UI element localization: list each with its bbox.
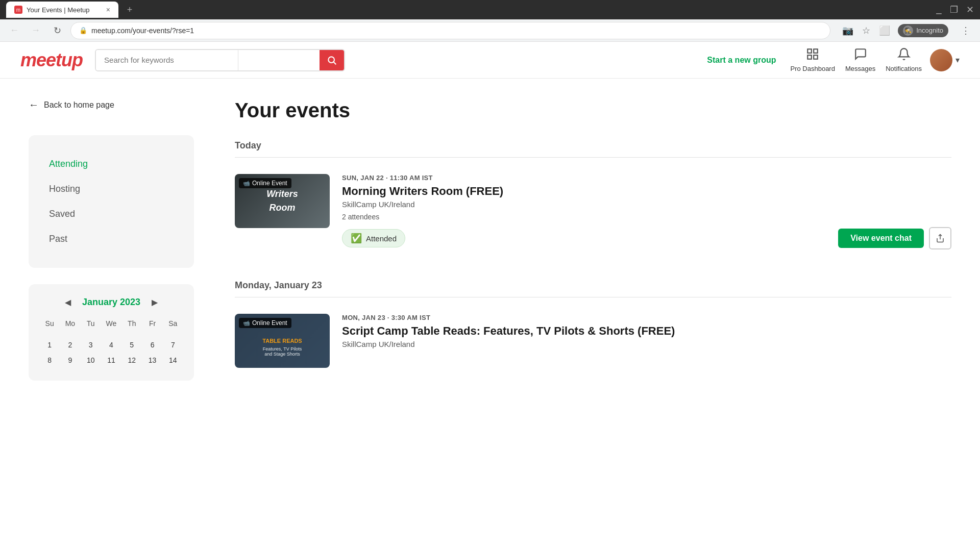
messages-nav-item[interactable]: Messages [845,47,875,72]
page-title: Your events [235,99,951,122]
search-bar: London, GB [95,49,345,71]
search-submit-button[interactable] [320,50,344,70]
event-thumbnail[interactable]: 📹 Online Event Writers Room [235,174,330,228]
maximize-button[interactable]: ❐ [950,4,958,15]
pro-dashboard-icon [806,47,819,64]
address-bar[interactable]: 🔒 meetup.com/your-events/?rse=1 [70,22,830,39]
event-thumb-text-2: TABLE READS [260,335,304,346]
svg-rect-4 [807,55,812,59]
camera-icon: 📹 [243,180,250,187]
view-event-chat-button[interactable]: View event chat [838,229,924,248]
minimize-button[interactable]: ⎯ [936,4,942,15]
browser-tab[interactable]: m Your Events | Meetup × [6,2,118,18]
cal-date-5[interactable]: 5 [122,338,141,352]
back-button[interactable]: ← [6,22,22,39]
event-card: 📹 Online Event Writers Room SUN, JAN 22 … [235,168,951,260]
online-event-badge: 📹 Online Event [239,178,291,188]
event-thumb-sub: Features, TV Pilotsand Stage Shorts [263,346,302,357]
camera-off-icon: 📷 [840,22,856,39]
share-icon [936,234,945,243]
cal-date-13[interactable]: 13 [142,353,162,367]
cal-date-7[interactable]: 7 [163,338,183,352]
search-location-input[interactable]: London, GB [238,50,320,70]
event-actions: ✅ Attended View event chat [342,227,951,249]
sidebar: ← Back to home page Attending Hosting Sa… [0,79,214,546]
cal-date-1[interactable]: 1 [40,338,59,352]
event-thumb-text: Writers Room [262,184,302,218]
sidebar-item-past[interactable]: Past [41,227,182,252]
event-title-2[interactable]: Script Camp Table Reads: Features, TV Pi… [342,324,951,338]
messages-label: Messages [845,65,875,72]
tab-favicon: m [14,6,22,14]
new-tab-button[interactable]: + [122,3,137,17]
calendar-grid: Su Mo Tu We Th Fr Sa [39,316,184,368]
cal-day-tu: Tu [81,317,101,330]
cal-date-6[interactable]: 6 [142,338,162,352]
event-date-meta-2: MON, JAN 23 · 3:30 AM IST [342,314,951,321]
browser-profile-icon[interactable]: ⬜ [876,22,893,39]
cal-date-11[interactable]: 11 [102,353,121,367]
calendar-next-button[interactable]: ▶ [149,296,161,308]
cal-date-2[interactable]: 2 [60,338,80,352]
bookmark-icon[interactable]: ☆ [858,22,874,39]
incognito-badge[interactable]: 🕵 Incognito [898,24,948,37]
incognito-label: Incognito [916,27,943,34]
camera-icon-2: 📹 [243,320,250,327]
cal-cell [163,331,183,337]
start-group-link[interactable]: Start a new group [707,56,776,65]
incognito-icon: 🕵 [903,26,913,36]
three-dots-menu[interactable]: ⋮ [958,22,974,39]
lock-icon: 🔒 [79,27,87,34]
browser-chrome: m Your Events | Meetup × + ⎯ ❐ ✕ ← → ↻ 🔒… [0,0,980,42]
calendar-header: ◀ January 2023 ▶ [39,296,184,308]
pro-dashboard-nav-item[interactable]: Pro Dashboard [790,47,835,72]
notifications-icon [897,47,911,64]
cal-date-14[interactable]: 14 [163,353,183,367]
cal-day-we: We [102,317,121,330]
back-to-home-link[interactable]: ← Back to home page [29,99,194,111]
logo-text: meetup [20,49,83,70]
cal-date-8[interactable]: 8 [40,353,59,367]
reload-button[interactable]: ↻ [49,22,65,39]
close-window-button[interactable]: ✕ [966,4,974,15]
calendar-prev-button[interactable]: ◀ [62,296,74,308]
search-keyword-input[interactable] [96,50,238,70]
browser-titlebar: m Your Events | Meetup × + ⎯ ❐ ✕ [0,0,980,19]
event-title[interactable]: Morning Writers Room (FREE) [342,185,951,198]
event-organizer-2: SkillCamp UK/Ireland [342,340,951,348]
sidebar-item-saved[interactable]: Saved [41,202,182,227]
user-avatar[interactable] [930,49,952,71]
sidebar-item-attending[interactable]: Attending [41,152,182,177]
sidebar-item-hosting[interactable]: Hosting [41,177,182,202]
cal-cell [142,331,162,337]
forward-button[interactable]: → [28,22,44,39]
date-divider-2 [235,297,951,297]
cal-cell [81,331,101,337]
online-event-badge-2: 📹 Online Event [239,318,291,328]
cal-date-4[interactable]: 4 [102,338,121,352]
user-menu-chevron[interactable]: ▾ [955,55,960,65]
cal-date-10[interactable]: 10 [81,353,101,367]
monday-heading: Monday, January 23 [235,280,951,291]
window-controls: ⎯ ❐ ✕ [932,4,974,15]
cal-day-fr: Fr [142,317,162,330]
cal-day-sa: Sa [163,317,183,330]
events-content: Your events Today 📹 Online Event Writers… [214,79,980,546]
notifications-label: Notifications [886,65,922,72]
cal-day-mo: Mo [60,317,80,330]
event-date-meta: SUN, JAN 22 · 11:30 AM IST [342,174,951,182]
share-event-button[interactable] [929,227,951,249]
cal-date-9[interactable]: 9 [60,353,80,367]
event-thumbnail-2[interactable]: 📹 Online Event TABLE READS Features, TV … [235,314,330,368]
attended-check-icon: ✅ [351,233,362,244]
sidebar-navigation: Attending Hosting Saved Past [29,135,194,268]
pro-dashboard-label: Pro Dashboard [790,65,835,72]
meetup-logo[interactable]: meetup [20,49,83,71]
tab-close-button[interactable]: × [106,6,110,14]
cal-cell [60,331,80,337]
cal-date-12[interactable]: 12 [122,353,141,367]
cal-date-3[interactable]: 3 [81,338,101,352]
browser-toolbar: ← → ↻ 🔒 meetup.com/your-events/?rse=1 📷 … [0,19,980,42]
notifications-nav-item[interactable]: Notifications [886,47,922,72]
monday-section: Monday, January 23 📹 Online Event TABLE … [235,280,951,378]
